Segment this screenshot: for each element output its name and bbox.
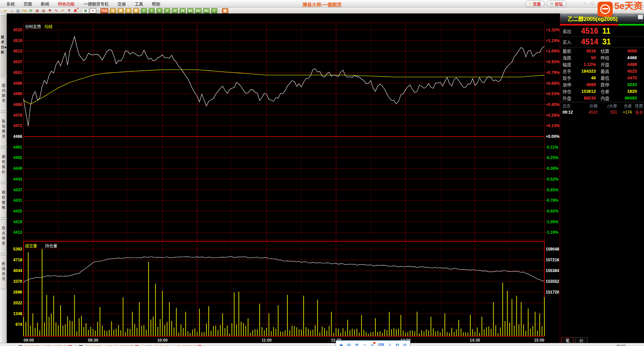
- trade-button[interactable]: ⚡ 交易: [525, 1, 545, 7]
- period-button-Tick[interactable]: Tick: [100, 8, 108, 13]
- ime-logo-icon[interactable]: ◉: [339, 343, 343, 346]
- period-button-周[interactable]: 周: [117, 8, 124, 13]
- toolbar: ↩⌂▦FW⟳⊕⊖⚑✎✐Y新▦∿Tick日周月季X1351530602hr4hrY…: [0, 8, 644, 13]
- zoom-out-icon[interactable]: ⊖: [40, 8, 47, 13]
- ime-chinese-mode-icon[interactable]: 中: [347, 343, 351, 346]
- svg-text:均线: 均线: [44, 25, 53, 29]
- period-button-2hr[interactable]: 2hr: [195, 8, 202, 13]
- timeshare-chart[interactable]: 4525+1.32%4519+1.19%4513+1.06%4507+0.92%…: [0, 0, 644, 346]
- ime-clip-icon[interactable]: ✂: [371, 343, 374, 346]
- svg-text:-1.05%: -1.05%: [546, 220, 558, 224]
- period-button-60[interactable]: 60: [187, 8, 194, 13]
- svg-text:成交量: 成交量: [25, 243, 37, 248]
- refresh-icon[interactable]: ⟳: [28, 8, 34, 13]
- flag-icon[interactable]: ⚑: [47, 8, 53, 13]
- draw-tool-button[interactable]: 画: [222, 8, 228, 13]
- brush-icon[interactable]: ✐: [60, 8, 66, 13]
- sidebar-tab[interactable]: 期权策略: [0, 184, 6, 218]
- ime-settings-icon[interactable]: ⚙: [403, 343, 407, 346]
- ime-emoji-icon[interactable]: ☺: [362, 343, 367, 346]
- table-view-icon[interactable]: ▦: [82, 8, 89, 13]
- left-sidebar: 技术分析▶国内期货股指期货期权报价期权策略热点排名新闻资讯: [0, 13, 7, 343]
- forum-button[interactable]: ✉ 论坛: [547, 1, 567, 7]
- svg-text:-0.92%: -0.92%: [546, 209, 558, 214]
- svg-text:4461: 4461: [13, 145, 22, 150]
- calculator-icon[interactable]: ▦: [15, 8, 21, 13]
- svg-text:+0.13%: +0.13%: [546, 123, 560, 128]
- svg-text:09:30: 09:30: [88, 338, 98, 343]
- toolbar-separator: [219, 8, 220, 13]
- svg-text:09:00: 09:00: [24, 338, 34, 343]
- svg-text:+0.40%: +0.40%: [546, 102, 560, 107]
- period-button-X[interactable]: X: [141, 8, 147, 13]
- toolbar-separator: [80, 8, 80, 13]
- quote-row: 涨跌50昨结4466: [560, 54, 644, 61]
- quote-row: 外盘88230内盘96093: [560, 94, 644, 101]
- active-tab-arrow-icon: ▶: [5, 46, 7, 49]
- svg-text:-0.52%: -0.52%: [546, 177, 558, 182]
- ime-tools-icon[interactable]: ⚒: [355, 343, 359, 346]
- svg-text:4484: 4484: [13, 102, 22, 107]
- sidebar-tab[interactable]: 期权报价: [0, 148, 6, 182]
- svg-text:-0.38%: -0.38%: [546, 166, 558, 171]
- svg-text:2022: 2022: [13, 301, 22, 305]
- sidebar-tab[interactable]: 热点排名: [0, 219, 6, 254]
- svg-text:4501: 4501: [13, 70, 22, 75]
- chart-view-icon[interactable]: ∿: [90, 8, 96, 13]
- svg-text:11:00: 11:00: [262, 338, 272, 343]
- period-button-5[interactable]: 5: [164, 8, 170, 13]
- pencil-icon[interactable]: ✎: [53, 8, 60, 13]
- svg-text:4472: 4472: [13, 123, 22, 128]
- svg-text:+1.06%: +1.06%: [546, 49, 560, 53]
- ime-skin-icon[interactable]: ✿: [396, 343, 399, 346]
- svg-text:+1.19%: +1.19%: [546, 38, 560, 43]
- svg-text:4425: 4425: [13, 209, 22, 214]
- bid-row: 买入 4514 31: [560, 37, 644, 47]
- lightning-icon: ⚡: [529, 2, 532, 6]
- quote-panel: 乙二醇2005(eg2005) 卖出 4516 11 买入 4514 31 最新…: [560, 13, 644, 344]
- svg-text:+0.53%: +0.53%: [546, 91, 560, 96]
- svg-text:+0.00%: +0.00%: [546, 134, 560, 139]
- quote-row: 持仓153612仓差1820: [560, 88, 644, 94]
- new-badge-dot: [77, 8, 78, 9]
- period-button-月[interactable]: 月: [125, 8, 132, 13]
- period-button-4hr[interactable]: 4hr: [203, 8, 210, 13]
- period-button-1[interactable]: 1: [148, 8, 155, 13]
- tick-mode-tabs: 笔价: [561, 337, 588, 343]
- chat-bubble-icon: ✉: [550, 2, 553, 6]
- sidebar-tab[interactable]: 新闻资讯: [0, 255, 6, 289]
- period-button-日[interactable]: 日: [110, 8, 116, 13]
- new-feature-icon[interactable]: 新: [72, 8, 79, 13]
- period-button-3[interactable]: 3: [156, 8, 163, 13]
- sidebar-tab[interactable]: 国内期货: [0, 77, 6, 111]
- period-button-15[interactable]: 15: [172, 8, 178, 13]
- menu-bar: 系统页面新闻特色功能一德期货专栏交易工具帮助 博易大师-一德期货 ⚡ 交易 ✉ …: [0, 0, 644, 8]
- back-icon[interactable]: ↩: [2, 8, 8, 13]
- fw-badge-icon[interactable]: FW: [21, 8, 28, 13]
- svg-text:3370: 3370: [13, 279, 22, 284]
- svg-text:+0.92%: +0.92%: [546, 60, 560, 64]
- ime-keyboard-icon[interactable]: ⌨: [378, 343, 384, 346]
- period-button-30[interactable]: 30: [179, 8, 186, 13]
- sidebar-tab[interactable]: 股指期货: [0, 112, 6, 147]
- svg-text:157216: 157216: [546, 258, 559, 262]
- chart-window: 乙二醇2005(023605) 商品叠加 ⇦⇨◫ 4525+1.32%4519+…: [7, 13, 560, 344]
- period-button-季[interactable]: 季: [133, 8, 139, 13]
- ime-user-icon[interactable]: ♙: [388, 343, 392, 346]
- tick-tab-价[interactable]: 价: [575, 337, 588, 343]
- zoom-in-icon[interactable]: ⊕: [34, 8, 40, 13]
- home-icon[interactable]: ⌂: [8, 8, 15, 13]
- quote-row: 涨停4689跌停4243: [560, 81, 644, 88]
- 5etz-coin-icon: [598, 2, 613, 17]
- sidebar-tab[interactable]: 技术分析▶: [0, 15, 6, 75]
- svg-text:4478: 4478: [13, 113, 22, 118]
- svg-text:4044: 4044: [13, 268, 22, 273]
- period-button-Y[interactable]: Y: [211, 8, 217, 13]
- ask-price: 4516: [577, 27, 598, 36]
- bid-price: 4514: [577, 37, 598, 46]
- ask-row: 卖出 4516 11: [560, 26, 644, 37]
- filter-icon[interactable]: Y: [66, 8, 72, 13]
- tick-list: 09:124510551+174多开: [560, 109, 644, 116]
- tick-tab-笔[interactable]: 笔: [561, 337, 574, 343]
- sell-ratio-segment: [560, 24, 618, 26]
